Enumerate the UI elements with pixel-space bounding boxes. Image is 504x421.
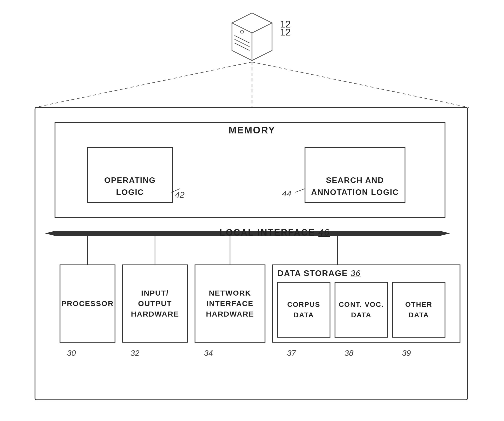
local-interface-label: LOCAL INTERFACE 46: [220, 227, 330, 238]
data-storage-label: DATA STORAGE 36: [278, 269, 361, 278]
cont-voc-ref: 38: [344, 349, 354, 358]
corpus-ref: 37: [287, 349, 296, 358]
io-hardware-label: INPUT/OUTPUTHARDWARE: [122, 265, 188, 342]
other-data-ref: 39: [402, 349, 411, 358]
operating-logic-ref: 42: [175, 190, 184, 200]
other-data-label: OTHERDATA: [392, 282, 445, 337]
processor-ref: 30: [67, 349, 76, 358]
local-interface-ref: 46: [318, 227, 330, 238]
network-hardware-label: NETWORKINTERFACEHARDWARE: [195, 265, 265, 342]
operating-logic-label: OPERATINGLOGIC: [88, 159, 172, 214]
search-annotation-logic-label: SEARCH ANDANNOTATION LOGIC: [305, 159, 405, 214]
memory-label: MEMORY: [228, 125, 276, 136]
io-ref: 32: [130, 349, 140, 358]
data-storage-ref: 36: [350, 269, 361, 278]
server-ref-label: 12: [280, 27, 290, 38]
search-logic-ref: 44: [282, 189, 292, 198]
corpus-data-label: CORPUSDATA: [278, 282, 330, 337]
network-ref: 34: [204, 349, 213, 358]
cont-voc-data-label: CONT. VOC.DATA: [335, 282, 388, 337]
processor-label: PROCESSOR: [60, 265, 115, 342]
